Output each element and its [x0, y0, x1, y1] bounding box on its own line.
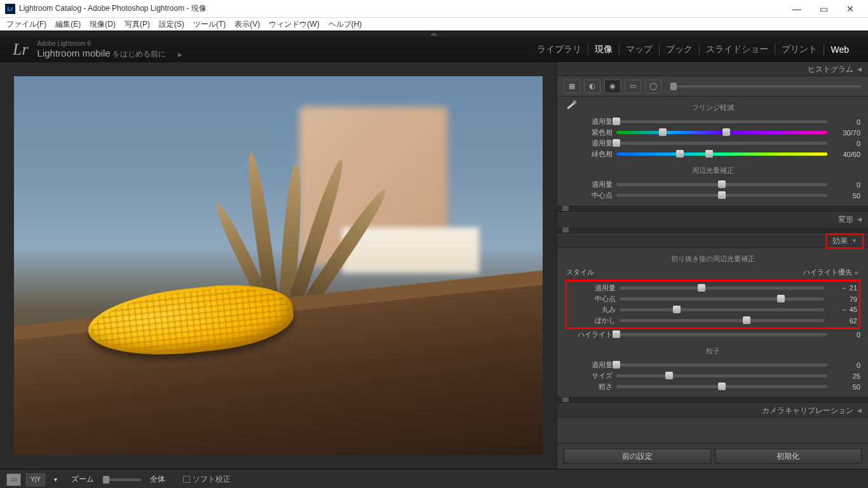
brand-small: Adobe Lightroom 6: [37, 40, 183, 48]
zoom-label: ズーム: [71, 474, 94, 485]
pc-feather-slider[interactable]: [620, 319, 824, 322]
panel-transform[interactable]: 変形◀: [557, 212, 868, 226]
pc-mid-slider[interactable]: [620, 297, 824, 301]
lens-vignette-title: 周辺光量補正: [565, 166, 860, 175]
module-slideshow[interactable]: スライドショー: [700, 44, 775, 55]
preview-area: [0, 62, 557, 469]
menu-photo[interactable]: 写真(P): [121, 18, 154, 31]
menu-develop[interactable]: 現像(D): [86, 18, 119, 31]
right-panel: ヒストグラム◀ ▦ ◐ ◉ ▭ ◯ フリンジ軽減 適用量0 紫色相30/70 適…: [557, 62, 868, 469]
panel-switch-cal[interactable]: [557, 396, 868, 403]
menu-settings[interactable]: 設定(S): [155, 18, 188, 31]
green-hue-slider[interactable]: [616, 152, 827, 156]
top-panel-toggle[interactable]: [0, 30, 868, 37]
pc-amount-slider[interactable]: [620, 287, 824, 290]
window-title: Lightroom Catalog - Adobe Photoshop Ligh…: [19, 3, 784, 14]
fringe-amount2-slider[interactable]: [616, 142, 827, 145]
soft-proof-checkbox[interactable]: ソフト校正: [183, 474, 231, 485]
preview-image[interactable]: [14, 76, 543, 455]
panel-camera-cal[interactable]: カメラキャリブレーション◀: [557, 403, 868, 417]
gradient-tool-icon[interactable]: ▭: [625, 79, 641, 93]
panel-switch[interactable]: [557, 205, 868, 212]
maximize-button[interactable]: ▭: [811, 1, 836, 17]
titlebar: Lr Lightroom Catalog - Adobe Photoshop L…: [0, 0, 868, 18]
zoom-slider[interactable]: [103, 478, 141, 481]
zoom-fit[interactable]: 全体: [150, 474, 165, 485]
close-button[interactable]: ✕: [837, 1, 863, 17]
view-compare-icon[interactable]: Y|Y: [26, 473, 45, 486]
lens-amount-slider[interactable]: [616, 183, 827, 186]
module-web[interactable]: Web: [824, 44, 855, 55]
menubar: ファイル(F) 編集(E) 現像(D) 写真(P) 設定(S) ツール(T) 表…: [0, 18, 868, 30]
previous-settings-button[interactable]: 前の設定: [564, 449, 711, 464]
module-print[interactable]: プリント: [775, 44, 824, 55]
menu-help[interactable]: ヘルプ(H): [325, 18, 366, 31]
tool-slider[interactable]: [670, 85, 862, 88]
grain-rough-slider[interactable]: [616, 385, 827, 388]
style-label: スタイル: [566, 268, 594, 277]
minimize-button[interactable]: —: [784, 1, 810, 17]
footer-toolbar: ▭ Y|Y ▾ ズーム 全体 ソフト校正: [0, 469, 868, 488]
menu-window[interactable]: ウィンドウ(W): [265, 18, 323, 31]
app-icon: Lr: [5, 4, 15, 14]
module-develop[interactable]: 現像: [588, 44, 619, 55]
module-book[interactable]: ブック: [660, 44, 699, 55]
lr-logo: Lr: [13, 40, 29, 59]
fringe-title: フリンジ軽減: [565, 103, 860, 112]
menu-tool[interactable]: ツール(T): [189, 18, 229, 31]
style-value[interactable]: ハイライト優先 ≑: [803, 268, 859, 277]
purple-hue-slider[interactable]: [616, 131, 827, 134]
crop-tool-icon[interactable]: ▦: [564, 79, 580, 93]
panel-effects[interactable]: 効果▼: [557, 234, 868, 248]
post-crop-title: 切り抜き後の周辺光量補正: [565, 254, 860, 264]
pc-hl-slider[interactable]: [616, 333, 827, 336]
brand-big: Lightroom mobile: [37, 48, 111, 58]
redeye-tool-icon[interactable]: ◉: [604, 79, 621, 93]
effects-highlight-box: 適用量－ 21 中心点79 丸み－ 45 ぼかし62: [565, 280, 860, 329]
grain-title: 粒子: [565, 346, 860, 356]
lens-mid-slider[interactable]: [616, 194, 827, 197]
menu-view[interactable]: 表示(V): [231, 18, 264, 31]
radial-tool-icon[interactable]: ◯: [645, 79, 661, 93]
fringe-amount1-slider[interactable]: [616, 120, 827, 123]
menu-file[interactable]: ファイル(F): [3, 18, 50, 31]
pc-round-slider[interactable]: [620, 308, 824, 311]
module-header: Lr Adobe Lightroom 6 Lightroom mobile をは…: [0, 37, 868, 62]
panel-histogram[interactable]: ヒストグラム◀: [557, 62, 868, 76]
reset-button[interactable]: 初期化: [715, 449, 862, 464]
menu-edit[interactable]: 編集(E): [51, 18, 85, 31]
grain-size-slider[interactable]: [616, 374, 827, 377]
tool-strip: ▦ ◐ ◉ ▭ ◯: [557, 76, 868, 97]
view-single-icon[interactable]: ▭: [6, 473, 21, 486]
view-split-icon[interactable]: ▾: [50, 473, 61, 486]
module-library[interactable]: ライブラリ: [531, 44, 588, 55]
spot-tool-icon[interactable]: ◐: [584, 79, 600, 93]
grain-amount-slider[interactable]: [616, 363, 827, 367]
panel-switch-fx[interactable]: [557, 226, 868, 234]
brand-arrow[interactable]: ▶: [178, 51, 182, 58]
module-map[interactable]: マップ: [620, 44, 659, 55]
brand-sub: をはじめる前に: [112, 50, 166, 58]
